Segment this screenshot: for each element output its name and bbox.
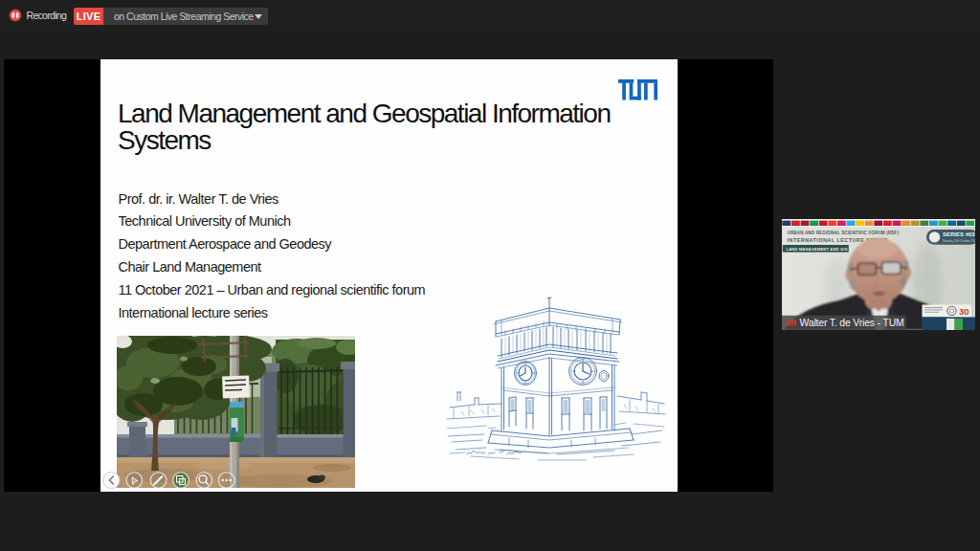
svg-text:SERIES #03: SERIES #03 (943, 231, 975, 237)
svg-text:Monday 11th October 2021: Monday 11th October 2021 (943, 239, 975, 243)
svg-text:Walter T. de Vries - TUM: Walter T. de Vries - TUM (800, 318, 904, 328)
svg-text:URBAN AND REGIONAL SCIENTIFIC: URBAN AND REGIONAL SCIENTIFIC FORUM (RSF… (788, 231, 900, 235)
svg-text:LAND MANAGEMENT AND GIS: LAND MANAGEMENT AND GIS (787, 247, 848, 252)
svg-text:30: 30 (959, 306, 969, 317)
